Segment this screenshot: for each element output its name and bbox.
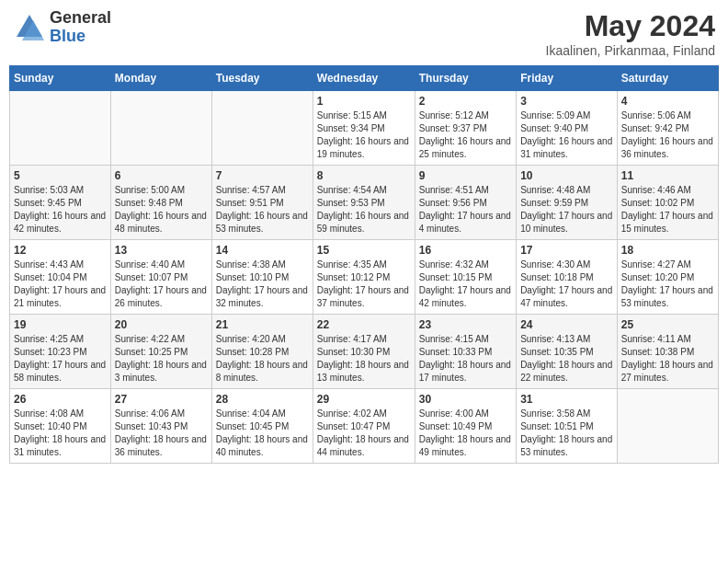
day-number: 28 — [216, 393, 309, 406]
day-number: 8 — [317, 169, 411, 182]
day-info: Sunrise: 4:40 AM Sunset: 10:07 PM Daylig… — [115, 259, 208, 310]
day-number: 5 — [14, 169, 107, 182]
day-info: Sunrise: 5:15 AM Sunset: 9:34 PM Dayligh… — [317, 109, 411, 161]
day-cell: 4Sunrise: 5:06 AM Sunset: 9:42 PM Daylig… — [617, 91, 718, 166]
day-cell — [10, 91, 111, 166]
day-number: 1 — [317, 95, 411, 108]
calendar-body: 1Sunrise: 5:15 AM Sunset: 9:34 PM Daylig… — [10, 91, 719, 464]
day-info: Sunrise: 4:17 AM Sunset: 10:30 PM Daylig… — [317, 333, 411, 385]
day-cell: 30Sunrise: 4:00 AM Sunset: 10:49 PM Dayl… — [415, 389, 516, 464]
header-cell-friday: Friday — [517, 66, 618, 91]
day-number: 11 — [621, 169, 714, 182]
day-number: 9 — [419, 169, 512, 182]
day-info: Sunrise: 4:35 AM Sunset: 10:12 PM Daylig… — [317, 259, 411, 310]
day-number: 31 — [520, 393, 613, 406]
day-number: 27 — [115, 393, 208, 406]
day-number: 24 — [520, 318, 613, 331]
day-cell: 19Sunrise: 4:25 AM Sunset: 10:23 PM Dayl… — [10, 315, 111, 389]
week-row-2: 5Sunrise: 5:03 AM Sunset: 9:45 PM Daylig… — [10, 166, 719, 240]
day-number: 18 — [621, 244, 714, 257]
calendar-table: SundayMondayTuesdayWednesdayThursdayFrid… — [9, 65, 719, 464]
day-info: Sunrise: 3:58 AM Sunset: 10:51 PM Daylig… — [520, 408, 613, 459]
header-cell-monday: Monday — [110, 66, 211, 91]
day-number: 25 — [621, 318, 714, 331]
day-number: 4 — [621, 95, 714, 108]
day-cell: 10Sunrise: 4:48 AM Sunset: 9:59 PM Dayli… — [517, 166, 618, 240]
header-row: SundayMondayTuesdayWednesdayThursdayFrid… — [10, 66, 719, 91]
day-number: 17 — [520, 244, 613, 257]
day-info: Sunrise: 5:03 AM Sunset: 9:45 PM Dayligh… — [14, 184, 107, 236]
day-cell: 16Sunrise: 4:32 AM Sunset: 10:15 PM Dayl… — [415, 240, 516, 315]
day-info: Sunrise: 5:12 AM Sunset: 9:37 PM Dayligh… — [419, 109, 512, 161]
day-info: Sunrise: 5:00 AM Sunset: 9:48 PM Dayligh… — [115, 184, 208, 236]
day-cell: 14Sunrise: 4:38 AM Sunset: 10:10 PM Dayl… — [211, 240, 313, 315]
month-year-title: May 2024 — [546, 9, 715, 43]
day-cell: 3Sunrise: 5:09 AM Sunset: 9:40 PM Daylig… — [517, 91, 618, 166]
day-info: Sunrise: 4:51 AM Sunset: 9:56 PM Dayligh… — [419, 184, 512, 236]
day-info: Sunrise: 4:54 AM Sunset: 9:53 PM Dayligh… — [317, 184, 411, 236]
day-cell: 27Sunrise: 4:06 AM Sunset: 10:43 PM Dayl… — [110, 389, 211, 464]
day-number: 22 — [317, 318, 411, 331]
title-section: May 2024 Ikaalinen, Pirkanmaa, Finland — [546, 9, 715, 58]
week-row-5: 26Sunrise: 4:08 AM Sunset: 10:40 PM Dayl… — [10, 389, 719, 464]
day-info: Sunrise: 4:27 AM Sunset: 10:20 PM Daylig… — [621, 259, 714, 310]
day-cell: 15Sunrise: 4:35 AM Sunset: 10:12 PM Dayl… — [313, 240, 415, 315]
day-info: Sunrise: 4:20 AM Sunset: 10:28 PM Daylig… — [216, 333, 309, 385]
day-info: Sunrise: 4:04 AM Sunset: 10:45 PM Daylig… — [216, 408, 309, 459]
day-number: 12 — [14, 244, 107, 257]
day-cell: 29Sunrise: 4:02 AM Sunset: 10:47 PM Dayl… — [313, 389, 415, 464]
day-number: 21 — [216, 318, 309, 331]
day-number: 6 — [115, 169, 208, 182]
logo: General Blue — [13, 9, 111, 46]
day-cell: 8Sunrise: 4:54 AM Sunset: 9:53 PM Daylig… — [313, 166, 415, 240]
day-info: Sunrise: 4:48 AM Sunset: 9:59 PM Dayligh… — [520, 184, 613, 236]
page-header: General Blue May 2024 Ikaalinen, Pirkanm… — [9, 9, 719, 58]
day-cell: 22Sunrise: 4:17 AM Sunset: 10:30 PM Dayl… — [313, 315, 415, 389]
day-cell — [211, 91, 313, 166]
day-info: Sunrise: 4:22 AM Sunset: 10:25 PM Daylig… — [115, 333, 208, 385]
day-number: 15 — [317, 244, 411, 257]
day-number: 23 — [419, 318, 512, 331]
day-cell: 20Sunrise: 4:22 AM Sunset: 10:25 PM Dayl… — [110, 315, 211, 389]
header-cell-tuesday: Tuesday — [211, 66, 313, 91]
day-cell: 25Sunrise: 4:11 AM Sunset: 10:38 PM Dayl… — [617, 315, 718, 389]
day-info: Sunrise: 4:46 AM Sunset: 10:02 PM Daylig… — [621, 184, 714, 236]
day-number: 16 — [419, 244, 512, 257]
logo-blue-text: Blue — [50, 28, 111, 46]
day-info: Sunrise: 4:13 AM Sunset: 10:35 PM Daylig… — [520, 333, 613, 385]
day-number: 20 — [115, 318, 208, 331]
day-info: Sunrise: 4:30 AM Sunset: 10:18 PM Daylig… — [520, 259, 613, 310]
day-cell: 5Sunrise: 5:03 AM Sunset: 9:45 PM Daylig… — [10, 166, 111, 240]
day-number: 13 — [115, 244, 208, 257]
day-cell — [617, 389, 718, 464]
day-number: 19 — [14, 318, 107, 331]
day-number: 7 — [216, 169, 309, 182]
day-info: Sunrise: 4:57 AM Sunset: 9:51 PM Dayligh… — [216, 184, 309, 236]
day-cell: 12Sunrise: 4:43 AM Sunset: 10:04 PM Dayl… — [10, 240, 111, 315]
week-row-4: 19Sunrise: 4:25 AM Sunset: 10:23 PM Dayl… — [10, 315, 719, 389]
day-number: 29 — [317, 393, 411, 406]
day-cell: 24Sunrise: 4:13 AM Sunset: 10:35 PM Dayl… — [517, 315, 618, 389]
day-number: 3 — [520, 95, 613, 108]
day-cell: 18Sunrise: 4:27 AM Sunset: 10:20 PM Dayl… — [617, 240, 718, 315]
day-cell: 26Sunrise: 4:08 AM Sunset: 10:40 PM Dayl… — [10, 389, 111, 464]
day-cell: 7Sunrise: 4:57 AM Sunset: 9:51 PM Daylig… — [211, 166, 313, 240]
week-row-1: 1Sunrise: 5:15 AM Sunset: 9:34 PM Daylig… — [10, 91, 719, 166]
day-cell: 28Sunrise: 4:04 AM Sunset: 10:45 PM Dayl… — [211, 389, 313, 464]
calendar-header: SundayMondayTuesdayWednesdayThursdayFrid… — [10, 66, 719, 91]
day-cell: 13Sunrise: 4:40 AM Sunset: 10:07 PM Dayl… — [110, 240, 211, 315]
day-info: Sunrise: 4:08 AM Sunset: 10:40 PM Daylig… — [14, 408, 107, 459]
day-info: Sunrise: 4:32 AM Sunset: 10:15 PM Daylig… — [419, 259, 512, 310]
day-number: 26 — [14, 393, 107, 406]
day-cell: 1Sunrise: 5:15 AM Sunset: 9:34 PM Daylig… — [313, 91, 415, 166]
day-info: Sunrise: 4:00 AM Sunset: 10:49 PM Daylig… — [419, 408, 512, 459]
day-info: Sunrise: 4:11 AM Sunset: 10:38 PM Daylig… — [621, 333, 714, 385]
logo-general-text: General — [50, 9, 111, 28]
day-cell: 6Sunrise: 5:00 AM Sunset: 9:48 PM Daylig… — [110, 166, 211, 240]
day-cell: 21Sunrise: 4:20 AM Sunset: 10:28 PM Dayl… — [211, 315, 313, 389]
day-info: Sunrise: 4:38 AM Sunset: 10:10 PM Daylig… — [216, 259, 309, 310]
day-cell: 17Sunrise: 4:30 AM Sunset: 10:18 PM Dayl… — [517, 240, 618, 315]
day-number: 10 — [520, 169, 613, 182]
day-number: 2 — [419, 95, 512, 108]
day-info: Sunrise: 4:06 AM Sunset: 10:43 PM Daylig… — [115, 408, 208, 459]
